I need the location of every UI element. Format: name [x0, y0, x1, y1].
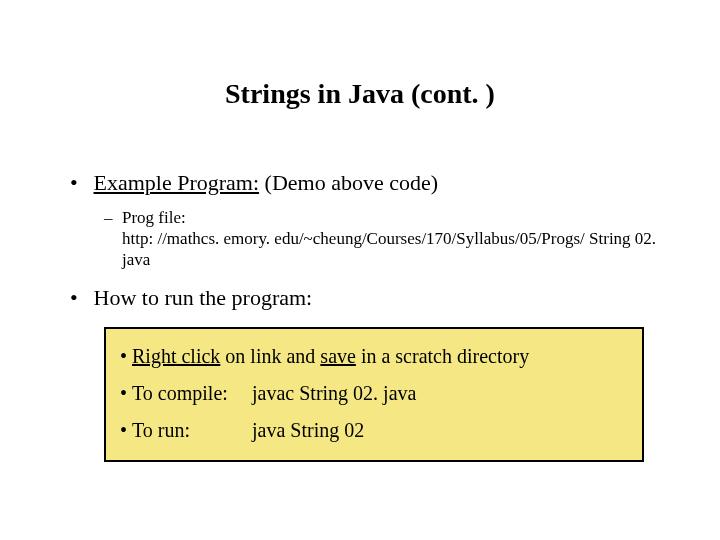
bullet-dot-icon: • — [70, 285, 88, 311]
bullet-dot-icon: • — [120, 419, 132, 441]
text-right-click: Right click — [132, 345, 220, 367]
link-example-program[interactable]: Example Program: — [94, 170, 260, 195]
bullet-example: • Example Program: (Demo above code) — [70, 170, 670, 196]
bullet-example-rest: (Demo above code) — [259, 170, 438, 195]
slide-body: • Example Program: (Demo above code) –Pr… — [70, 170, 670, 462]
bullet-dot-icon: • — [120, 345, 132, 367]
slide: Strings in Java (cont. ) • Example Progr… — [0, 0, 720, 540]
bullet-howto-text: How to run the program: — [94, 285, 313, 310]
text-mid: on link and — [220, 345, 320, 367]
progfile-url: http: //mathcs. emory. edu/~cheung/Cours… — [122, 228, 670, 271]
instructions-box: • Right click on link and save in a scra… — [104, 327, 644, 462]
bullet-dot-icon: • — [70, 170, 88, 196]
box-line-1: • Right click on link and save in a scra… — [120, 345, 628, 368]
bullet-howto: • How to run the program: — [70, 285, 670, 311]
label-compile: To compile: — [132, 382, 252, 405]
box-line-2: • To compile: javac String 02. java — [120, 382, 628, 405]
sub-bullet-progfile: –Prog file: http: //mathcs. emory. edu/~… — [104, 208, 670, 271]
text-post: in a scratch directory — [356, 345, 529, 367]
label-run: To run: — [132, 419, 252, 442]
cmd-run: java String 02 — [252, 419, 364, 441]
dash-icon: – — [104, 208, 122, 228]
box-line-3: • To run: java String 02 — [120, 419, 628, 442]
text-save: save — [320, 345, 356, 367]
bullet-dot-icon: • — [120, 382, 132, 404]
cmd-compile: javac String 02. java — [252, 382, 416, 404]
slide-title: Strings in Java (cont. ) — [0, 78, 720, 110]
progfile-label: Prog file: — [122, 208, 186, 227]
